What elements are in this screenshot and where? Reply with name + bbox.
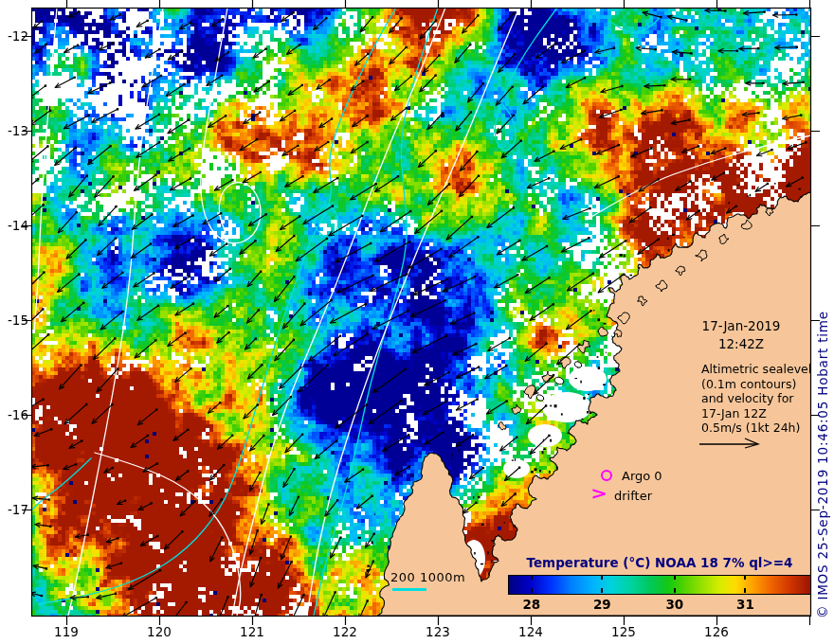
lon-tick-label: 120 bbox=[140, 624, 178, 639]
colorbar-tick bbox=[531, 588, 533, 593]
lon-tick-label: 121 bbox=[233, 624, 271, 639]
altimetric-line: 17-Jan 12Z bbox=[701, 406, 825, 421]
colorbar-tick bbox=[531, 575, 533, 580]
colorbar-gradient bbox=[508, 575, 811, 595]
colorbar-tick bbox=[601, 588, 603, 593]
datetime-time: 12:42Z bbox=[679, 335, 804, 353]
colorbar-tick bbox=[674, 575, 676, 580]
argo-float-marker-icon bbox=[601, 470, 612, 481]
colorbar-tick bbox=[674, 588, 676, 593]
lon-tick-label: 123 bbox=[419, 624, 457, 639]
drifter-marker-icon: > bbox=[590, 484, 607, 503]
lon-tick-label: 125 bbox=[605, 624, 643, 639]
colorbar-tick bbox=[744, 588, 746, 593]
lon-tick-label: 119 bbox=[47, 624, 85, 639]
colorbar-tick bbox=[744, 575, 746, 580]
drifter-label: drifter bbox=[614, 489, 652, 503]
datetime-date: 17-Jan-2019 bbox=[679, 317, 804, 335]
velocity-scale-arrow-icon bbox=[697, 435, 765, 452]
colorbar-tick-label: 31 bbox=[731, 597, 759, 612]
lat-tick-label: -14 bbox=[0, 218, 28, 233]
argo-label: Argo 0 bbox=[622, 469, 662, 483]
lat-tick-label: -12 bbox=[0, 28, 28, 44]
temperature-colorbar: Temperature (°C) NOAA 18 7% ql>=4 282930… bbox=[508, 554, 811, 613]
datetime-annotation: 17-Jan-2019 12:42Z bbox=[679, 317, 804, 353]
colorbar-tick-label: 30 bbox=[661, 597, 689, 612]
lon-tick-label: 122 bbox=[326, 624, 364, 639]
altimetric-line: and velocity for bbox=[701, 391, 825, 406]
altimetric-line: Altimetric sealevel bbox=[701, 362, 825, 377]
colorbar-title: Temperature (°C) NOAA 18 7% ql>=4 bbox=[489, 555, 830, 570]
lat-tick-label: -13 bbox=[0, 123, 28, 138]
altimetric-line: 0.5m/s (1kt 24h) bbox=[701, 420, 825, 436]
altimetric-annotation: Altimetric sealevel(0.1m contours)and ve… bbox=[701, 362, 825, 436]
lat-tick-label: -16 bbox=[0, 407, 28, 422]
sst-map-figure: -12-13-14-15-16-17 119120121122123124125… bbox=[0, 0, 834, 644]
lat-tick-label: -17 bbox=[0, 502, 28, 517]
copyright-text: © IMOS 25-Sep-2019 10:46:05 Hobart time bbox=[815, 311, 830, 618]
lon-tick-label: 126 bbox=[698, 624, 735, 639]
colorbar-tick-label: 28 bbox=[517, 597, 546, 612]
isobath-legend-line bbox=[392, 588, 426, 591]
isobath-legend-label: 200 1000m bbox=[390, 570, 465, 584]
lon-tick-label: 124 bbox=[512, 624, 550, 639]
altimetric-line: (0.1m contours) bbox=[701, 377, 825, 392]
colorbar-tick-label: 29 bbox=[588, 597, 616, 612]
lat-tick-label: -15 bbox=[0, 313, 28, 328]
colorbar-tick bbox=[601, 575, 603, 580]
